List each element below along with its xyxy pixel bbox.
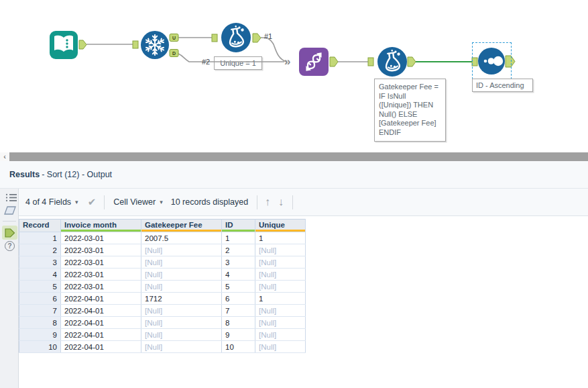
table-cell[interactable]: 2	[222, 244, 255, 256]
fields-dropdown-label: 4 of 4 Fields	[25, 197, 71, 207]
table-cell[interactable]: 2022-03-01	[61, 232, 141, 244]
scrollbar-thumb[interactable]	[9, 152, 588, 161]
column-header-unique[interactable]: Unique	[255, 220, 306, 232]
unique-tool[interactable]	[141, 31, 169, 59]
join-multiple-tool[interactable]	[299, 48, 329, 76]
table-cell[interactable]: [Null]	[255, 317, 306, 329]
connection-unique-d-to-join[interactable]	[178, 54, 284, 62]
table-cell[interactable]: 2022-03-01	[61, 244, 141, 256]
table-row[interactable]: 62022-04-01171261	[19, 293, 306, 305]
scroll-down-icon[interactable]: ↓	[278, 196, 284, 208]
table-cell[interactable]: 5	[222, 281, 255, 293]
table-cell[interactable]: 3	[19, 256, 61, 269]
formula-tool-2[interactable]	[377, 47, 407, 77]
table-cell[interactable]: 10	[19, 341, 61, 353]
table-row[interactable]: 52022-03-01[Null]5[Null]	[19, 281, 306, 293]
table-row[interactable]: 92022-04-01[Null]9[Null]	[19, 329, 306, 341]
table-cell[interactable]: [Null]	[255, 269, 306, 281]
table-cell[interactable]: 2007.5	[141, 232, 222, 244]
table-cell[interactable]: [Null]	[255, 305, 306, 317]
table-cell[interactable]: 4	[222, 269, 255, 281]
parallelogram-view-icon[interactable]	[4, 205, 16, 218]
table-cell[interactable]: [Null]	[141, 256, 222, 269]
table-cell[interactable]: 5	[19, 281, 61, 293]
table-cell[interactable]: 1	[222, 232, 255, 244]
table-cell[interactable]: 2022-03-01	[61, 269, 141, 281]
table-cell[interactable]: 6	[222, 293, 255, 305]
annotation-sort[interactable]: ID - Ascending	[472, 79, 533, 92]
scrollbar-left-button[interactable]: ‹	[0, 152, 9, 161]
table-cell[interactable]: 9	[19, 329, 61, 341]
table-row[interactable]: 102022-04-01[Null]10[Null]	[19, 341, 306, 353]
table-cell[interactable]: [Null]	[141, 281, 222, 293]
results-table[interactable]: RecordInvoice monthGatekeeper FeeIDUniqu…	[19, 219, 306, 353]
help-icon[interactable]: ?	[5, 241, 15, 251]
table-cell[interactable]: 2	[19, 244, 61, 256]
column-header-id[interactable]: ID	[222, 220, 255, 232]
formula2-input-anchor[interactable]	[368, 58, 373, 66]
table-cell[interactable]: 7	[222, 305, 255, 317]
table-cell[interactable]: [Null]	[141, 305, 222, 317]
table-cell[interactable]: [Null]	[255, 244, 306, 256]
metadata-list-icon[interactable]	[5, 193, 17, 205]
results-title-rest: - Sort (12) - Output	[42, 170, 112, 179]
table-cell[interactable]: 6	[19, 293, 61, 305]
table-cell[interactable]: [Null]	[255, 341, 306, 353]
table-cell[interactable]: 2022-03-01	[61, 281, 141, 293]
table-cell[interactable]: 4	[19, 269, 61, 281]
workflow-canvas[interactable]: Unique = 1	[0, 0, 588, 152]
annotation-formula[interactable]: Gatekeeper Fee = IF IsNull ([Unique]) TH…	[374, 79, 446, 142]
table-cell[interactable]: [Null]	[141, 341, 222, 353]
multi-input-anchor-icon[interactable]: »	[284, 58, 290, 65]
table-row[interactable]: 32022-03-01[Null]3[Null]	[19, 256, 306, 269]
table-cell[interactable]: 1712	[141, 293, 222, 305]
results-grid-area: RecordInvoice monthGatekeeper FeeIDUniqu…	[19, 216, 588, 388]
unique-input-anchor[interactable]	[133, 41, 138, 48]
formula1-output-anchor[interactable]	[253, 34, 261, 42]
table-row[interactable]: 12022-03-012007.511	[19, 232, 306, 244]
table-cell[interactable]: 2022-04-01	[61, 317, 141, 329]
table-row[interactable]: 72022-04-01[Null]7[Null]	[19, 305, 306, 317]
column-header-gatekeeper-fee[interactable]: Gatekeeper Fee	[141, 220, 222, 232]
column-header-record[interactable]: Record	[19, 220, 61, 232]
table-row[interactable]: 42022-03-01[Null]4[Null]	[19, 269, 306, 281]
canvas-horizontal-scrollbar[interactable]: ‹	[0, 152, 588, 161]
table-cell[interactable]: 1	[19, 232, 61, 244]
apply-check-icon[interactable]: ✔	[88, 196, 97, 208]
table-cell[interactable]: [Null]	[141, 329, 222, 341]
table-cell[interactable]: 1	[255, 232, 306, 244]
table-cell[interactable]: 3	[222, 256, 255, 269]
table-cell[interactable]: [Null]	[255, 281, 306, 293]
formula-tool-1[interactable]	[221, 23, 251, 52]
fields-dropdown[interactable]: 4 of 4 Fields ▾	[25, 197, 78, 207]
table-cell[interactable]: [Null]	[255, 256, 306, 269]
table-cell[interactable]: [Null]	[141, 317, 222, 329]
table-cell[interactable]: [Null]	[255, 329, 306, 341]
table-cell[interactable]: 2022-04-01	[61, 293, 141, 305]
scroll-up-icon[interactable]: ↑	[265, 196, 270, 208]
table-cell[interactable]: 9	[222, 329, 255, 341]
table-cell[interactable]: 2022-03-01	[61, 256, 141, 269]
formula2-output-anchor[interactable]	[408, 57, 416, 66]
output-anchor-icon[interactable]	[2, 226, 17, 240]
table-cell[interactable]: 2022-04-01	[61, 341, 141, 353]
input-tool-output-anchor[interactable]	[79, 40, 86, 49]
connection-formula1-to-join[interactable]	[261, 38, 286, 62]
table-cell[interactable]: 8	[19, 317, 61, 329]
sort-tool[interactable]	[478, 48, 505, 75]
column-header-invoice-month[interactable]: Invoice month	[61, 220, 141, 232]
table-row[interactable]: 22022-03-01[Null]2[Null]	[19, 244, 306, 256]
table-cell[interactable]: 10	[222, 341, 255, 353]
table-cell[interactable]: 7	[19, 305, 61, 317]
input-data-tool[interactable]	[50, 31, 78, 59]
formula1-input-anchor[interactable]	[212, 34, 217, 42]
cell-viewer-dropdown[interactable]: Cell Viewer ▾	[113, 197, 163, 207]
table-cell[interactable]: 2022-04-01	[61, 329, 141, 341]
table-cell[interactable]: [Null]	[141, 269, 222, 281]
table-cell[interactable]: 1	[255, 293, 306, 305]
table-cell[interactable]: [Null]	[141, 244, 222, 256]
table-row[interactable]: 82022-04-01[Null]8[Null]	[19, 317, 306, 329]
join-output-anchor[interactable]	[330, 57, 338, 66]
table-cell[interactable]: 2022-04-01	[61, 305, 141, 317]
table-cell[interactable]: 8	[222, 317, 255, 329]
